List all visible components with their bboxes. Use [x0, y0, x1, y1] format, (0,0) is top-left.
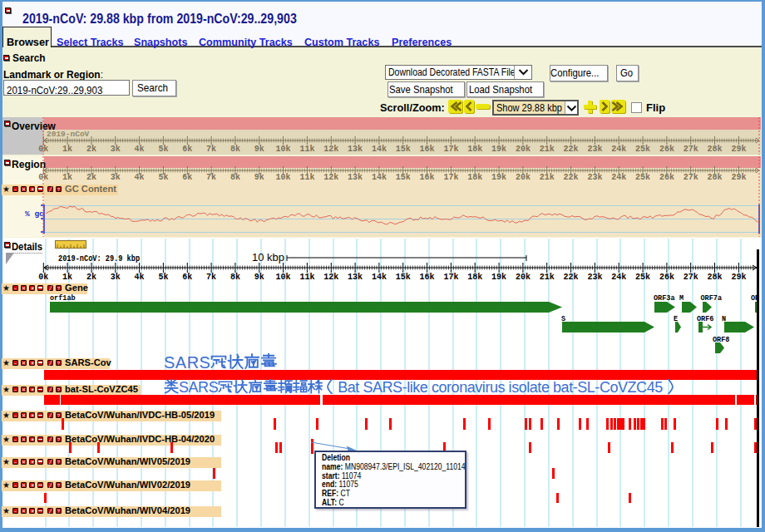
- svg-text:24k: 24k: [611, 173, 626, 182]
- svg-text:2k: 2k: [86, 173, 96, 182]
- svg-text:13k: 13k: [348, 173, 363, 182]
- svg-text:10k: 10k: [276, 173, 291, 182]
- svg-text:3k: 3k: [111, 145, 121, 154]
- svg-text:6k: 6k: [182, 173, 192, 182]
- svg-text:10k: 10k: [276, 273, 291, 282]
- svg-text:20k: 20k: [516, 173, 531, 182]
- svg-text:29k: 29k: [731, 145, 746, 154]
- svg-text:19k: 19k: [491, 173, 506, 182]
- svg-text:23k: 23k: [587, 173, 602, 182]
- svg-text:17k: 17k: [443, 173, 458, 182]
- svg-text:1k: 1k: [62, 173, 72, 182]
- svg-text:11k: 11k: [299, 273, 314, 282]
- svg-text:4k: 4k: [135, 145, 145, 154]
- svg-text:26k: 26k: [659, 145, 674, 154]
- svg-text:5k: 5k: [158, 273, 168, 282]
- svg-text:25k: 25k: [635, 145, 650, 154]
- svg-text:23k: 23k: [587, 145, 602, 154]
- svg-text:8k: 8k: [230, 145, 240, 154]
- svg-text:0k: 0k: [38, 145, 48, 154]
- svg-text:13k: 13k: [348, 273, 363, 282]
- svg-text:23k: 23k: [587, 273, 602, 282]
- svg-text:28k: 28k: [707, 273, 722, 282]
- svg-text:20k: 20k: [516, 273, 531, 282]
- svg-text:7k: 7k: [206, 273, 216, 282]
- svg-text:17k: 17k: [443, 145, 458, 154]
- svg-text:19k: 19k: [491, 145, 506, 154]
- svg-text:5k: 5k: [158, 173, 168, 182]
- svg-text:28k: 28k: [707, 145, 722, 154]
- svg-text:18k: 18k: [467, 145, 482, 154]
- svg-text:9k: 9k: [254, 145, 264, 154]
- svg-text:4k: 4k: [135, 273, 145, 282]
- svg-text:25k: 25k: [635, 173, 650, 182]
- svg-text:28k: 28k: [707, 173, 722, 182]
- svg-text:16k: 16k: [420, 173, 435, 182]
- svg-text:15k: 15k: [396, 173, 411, 182]
- svg-text:2k: 2k: [86, 273, 96, 282]
- svg-text:M: M: [679, 294, 684, 303]
- svg-text:4k: 4k: [135, 173, 145, 182]
- svg-text:17k: 17k: [443, 273, 458, 282]
- svg-text:21k: 21k: [540, 173, 555, 182]
- svg-text:1k: 1k: [62, 145, 72, 154]
- svg-text:27k: 27k: [684, 273, 698, 282]
- svg-text:11k: 11k: [299, 173, 314, 182]
- svg-text:24k: 24k: [611, 145, 626, 154]
- svg-text:3k: 3k: [111, 273, 121, 282]
- svg-text:18k: 18k: [467, 173, 482, 182]
- svg-text:OR: OR: [751, 294, 760, 303]
- svg-text:14k: 14k: [372, 145, 387, 154]
- svg-text:8k: 8k: [230, 173, 240, 182]
- svg-text:12k: 12k: [323, 145, 338, 154]
- svg-text:24k: 24k: [611, 273, 626, 282]
- svg-text:22k: 22k: [564, 273, 579, 282]
- svg-text:ORF7a: ORF7a: [701, 294, 723, 303]
- svg-text:2k: 2k: [86, 145, 96, 154]
- svg-text:29k: 29k: [731, 173, 746, 182]
- svg-text:5k: 5k: [158, 145, 168, 154]
- svg-text:7k: 7k: [206, 173, 216, 182]
- svg-text:20k: 20k: [516, 145, 531, 154]
- svg-text:13k: 13k: [348, 145, 363, 154]
- svg-text:12k: 12k: [323, 273, 338, 282]
- svg-text:ORF3a: ORF3a: [654, 294, 675, 303]
- svg-text:0k: 0k: [38, 273, 48, 282]
- svg-text:18k: 18k: [467, 273, 482, 282]
- svg-text:16k: 16k: [420, 273, 435, 282]
- svg-text:11k: 11k: [299, 145, 314, 154]
- svg-text:27k: 27k: [684, 173, 698, 182]
- svg-text:7k: 7k: [206, 145, 216, 154]
- svg-text:3k: 3k: [111, 173, 121, 182]
- svg-text:21k: 21k: [540, 273, 555, 282]
- svg-text:15k: 15k: [396, 273, 411, 282]
- svg-text:22k: 22k: [564, 145, 579, 154]
- svg-text:9k: 9k: [254, 273, 264, 282]
- svg-text:14k: 14k: [372, 173, 387, 182]
- svg-text:1k: 1k: [62, 273, 72, 282]
- svg-text:8k: 8k: [230, 273, 240, 282]
- svg-text:12k: 12k: [323, 173, 338, 182]
- svg-text:15k: 15k: [396, 145, 411, 154]
- svg-text:26k: 26k: [659, 273, 674, 282]
- svg-text:orf1ab: orf1ab: [50, 294, 76, 303]
- svg-text:16k: 16k: [420, 145, 435, 154]
- svg-text:29k: 29k: [731, 273, 746, 282]
- svg-text:22k: 22k: [564, 173, 579, 182]
- svg-text:6k: 6k: [182, 273, 192, 282]
- svg-text:9k: 9k: [254, 173, 264, 182]
- svg-text:25k: 25k: [635, 273, 650, 282]
- svg-text:19k: 19k: [491, 273, 506, 282]
- svg-text:26k: 26k: [659, 173, 674, 182]
- svg-text:10k: 10k: [276, 145, 291, 154]
- svg-text:6k: 6k: [182, 145, 192, 154]
- svg-text:27k: 27k: [684, 145, 698, 154]
- svg-text:14k: 14k: [372, 273, 387, 282]
- svg-text:21k: 21k: [540, 145, 555, 154]
